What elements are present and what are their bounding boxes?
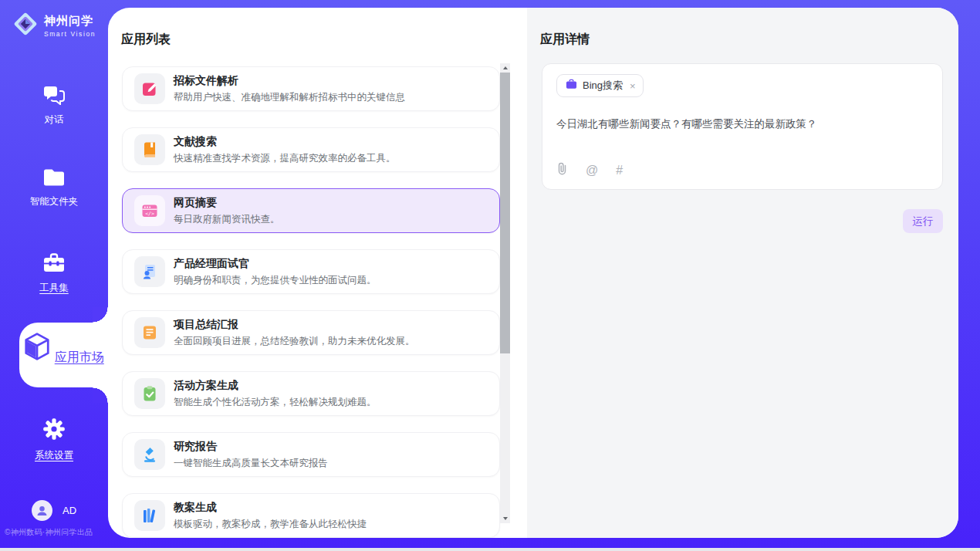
gear-icon — [42, 430, 66, 443]
toolbox-icon — [42, 262, 66, 276]
brand-logo: 神州问学 Smart Vision — [0, 11, 108, 40]
hash-icon[interactable]: # — [616, 164, 623, 177]
paperclip-icon[interactable] — [556, 162, 568, 179]
triangle-down-icon — [503, 517, 508, 520]
app-card-event-plan[interactable]: 活动方案生成 智能生成个性化活动方案，轻松解决规划难题。 — [122, 371, 500, 416]
sidebar-item-label: 系统设置 — [0, 449, 108, 462]
app-card-desc: 明确身份和职责，为您提供专业性的面试问题。 — [174, 274, 377, 287]
browser-icon: </> — [134, 195, 165, 226]
app-card-desc: 一键智能生成高质量长文本研究报告 — [174, 457, 328, 470]
app-card-desc: 快速精准查找学术资源，提高研究效率的必备工具。 — [174, 152, 396, 165]
svg-text:</>: </> — [145, 211, 154, 217]
app-detail-title: 应用详情 — [540, 32, 590, 48]
app-card-bid-parse[interactable]: 招标文件解析 帮助用户快速、准确地理解和解析招标书中的关键信息 — [122, 66, 500, 111]
app-card-title: 活动方案生成 — [174, 379, 377, 393]
sidebar-item-label: 对话 — [0, 113, 108, 127]
cube-icon — [23, 350, 54, 363]
app-card-title: 项目总结汇报 — [174, 318, 415, 332]
app-card-title: 网页摘要 — [174, 196, 280, 210]
bottom-strip — [0, 548, 980, 551]
app-card-lesson-plan[interactable]: 教案生成 模板驱动，教案秒成，教学准备从此轻松快捷 — [122, 493, 500, 538]
sidebar-item-toolset[interactable]: 工具集 — [0, 252, 108, 295]
chat-icon — [43, 94, 65, 107]
app-card-research-report[interactable]: 研究报告 一键智能生成高质量长文本研究报告 — [122, 432, 500, 477]
app-list-scrollbar — [500, 63, 510, 523]
briefcase-icon — [566, 79, 577, 93]
app-card-title: 文献搜索 — [174, 135, 396, 149]
app-card-web-summary[interactable]: </> 网页摘要 每日政府新闻资讯快查。 — [122, 188, 500, 233]
app-card-desc: 智能生成个性化活动方案，轻松解决规划难题。 — [174, 396, 377, 409]
app-detail-panel: 应用详情 Bing搜索 × 今日湖北有哪些新闻要点？有哪些需要关注的最新政策？ — [527, 8, 958, 538]
sidebar-item-smart-folder[interactable]: 智能文件夹 — [0, 168, 108, 208]
brand-text: 神州问学 Smart Vision — [44, 14, 96, 38]
books-icon — [134, 500, 165, 531]
tool-tag-label: Bing搜索 — [583, 79, 623, 93]
app-card-title: 研究报告 — [174, 440, 328, 454]
app-card-desc: 每日政府新闻资讯快查。 — [174, 213, 280, 226]
note-icon — [134, 317, 165, 348]
query-input[interactable]: 今日湖北有哪些新闻要点？有哪些需要关注的最新政策？ — [556, 117, 928, 132]
scrollbar-down-button[interactable] — [500, 514, 510, 523]
sidebar-item-label: 应用市场 — [55, 350, 104, 363]
user-name: AD — [63, 505, 76, 516]
app-card-desc: 模板驱动，教案秒成，教学准备从此轻松快捷 — [174, 518, 367, 531]
pen-square-icon — [134, 73, 165, 104]
close-icon[interactable]: × — [630, 81, 636, 91]
sidebar-item-label: 工具集 — [0, 282, 108, 295]
app-card-title: 教案生成 — [174, 501, 367, 515]
scrollbar-up-button[interactable] — [500, 63, 510, 73]
app-card-title: 产品经理面试官 — [174, 257, 377, 271]
app-card-project-summary[interactable]: 项目总结汇报 全面回顾项目进展，总结经验教训，助力未来优化发展。 — [122, 310, 500, 355]
triangle-up-icon — [503, 66, 508, 69]
app-list: 招标文件解析 帮助用户快速、准确地理解和解析招标书中的关键信息 文献搜索 快速精… — [122, 66, 500, 538]
mention-icon[interactable]: @ — [586, 164, 598, 177]
app-list-title: 应用列表 — [121, 32, 171, 48]
brand-name: 神州问学 — [44, 14, 96, 29]
composer-toolbar: @ # — [556, 162, 623, 179]
user-account[interactable]: AD — [0, 500, 108, 521]
app-card-literature-search[interactable]: 文献搜索 快速精准查找学术资源，提高研究效率的必备工具。 — [122, 127, 500, 172]
diamond-logo-icon — [12, 11, 39, 40]
sidebar-item-label: 智能文件夹 — [0, 195, 108, 208]
copyright-footer: ©神州数码·神州问学出品 — [5, 527, 108, 538]
query-composer: Bing搜索 × 今日湖北有哪些新闻要点？有哪些需要关注的最新政策？ @ # — [542, 63, 943, 190]
app-card-desc: 帮助用户快速、准确地理解和解析招标书中的关键信息 — [174, 91, 405, 104]
microscope-icon — [134, 439, 165, 470]
sidebar-item-chat[interactable]: 对话 — [0, 85, 108, 127]
book-icon — [134, 134, 165, 165]
sidebar-item-settings[interactable]: 系统设置 — [0, 417, 108, 462]
avatar — [32, 500, 52, 521]
app-card-title: 招标文件解析 — [174, 74, 405, 88]
app-card-pm-interviewer[interactable]: 产品经理面试官 明确身份和职责，为您提供专业性的面试问题。 — [122, 249, 500, 294]
folder-icon — [42, 176, 66, 189]
run-button[interactable]: 运行 — [903, 209, 943, 233]
clipboard-check-icon — [134, 378, 165, 409]
scrollbar-thumb[interactable] — [500, 73, 510, 353]
interviewer-icon — [134, 256, 165, 287]
tool-tag-bing-search[interactable]: Bing搜索 × — [556, 74, 644, 97]
sidebar-item-app-market[interactable]: 应用市场 — [19, 323, 108, 387]
brand-subtitle: Smart Vision — [44, 30, 96, 38]
app-card-desc: 全面回顾项目进展，总结经验教训，助力未来优化发展。 — [174, 335, 415, 348]
sidebar: 神州问学 Smart Vision 对话 智能文件夹 — [0, 0, 108, 548]
main-content: 应用列表 招标文件解析 帮助用户快速、准确地理解和解析招标书中的关键信息 — [108, 8, 958, 538]
